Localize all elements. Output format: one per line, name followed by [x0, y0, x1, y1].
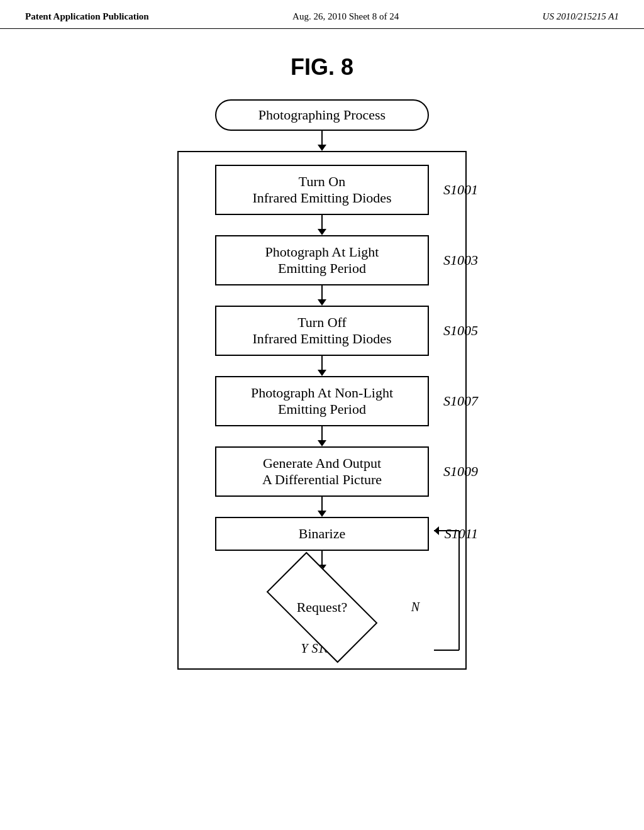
step-s1001: Turn On Infrared Emitting Diodes S1001: [215, 165, 429, 215]
arrow-head: [318, 440, 326, 446]
arrow-3: [318, 356, 326, 376]
step-s1009-label: S1009: [443, 463, 478, 480]
step-s1001-line2: Infrared Emitting Diodes: [252, 190, 391, 206]
step-s1007-line1: Photograph At Non-Light: [251, 385, 393, 401]
sheet-info: Aug. 26, 2010 Sheet 8 of 24: [292, 11, 399, 22]
step-s1011-wrapper: Binarize S1011: [191, 517, 453, 551]
arrow-1: [318, 215, 326, 235]
step-s1005-wrapper: Turn Off Infrared Emitting Diodes S1005: [191, 306, 453, 356]
step-s1005: Turn Off Infrared Emitting Diodes S1005: [215, 306, 429, 356]
arrow-4: [318, 426, 326, 446]
step-s1011: Binarize S1011: [215, 517, 429, 551]
arrow-line: [321, 497, 323, 511]
page-header: Patent Application Publication Aug. 26, …: [0, 0, 644, 29]
arrow-5: [318, 497, 326, 517]
arrow-head: [318, 229, 326, 235]
step-s1003-line2: Emitting Period: [278, 260, 366, 276]
step-s1001-wrapper: Turn On Infrared Emitting Diodes S1001: [191, 165, 453, 215]
arrow-head: [318, 299, 326, 306]
step-s1003-label: S1003: [443, 252, 478, 268]
diamond-text: Request?: [297, 599, 348, 616]
flowchart: Photographing Process Turn On Infrared E…: [158, 99, 486, 670]
n-label: N: [411, 600, 419, 614]
step-s1007: Photograph At Non-Light Emitting Period …: [215, 376, 429, 426]
step-s1001-label: S1001: [443, 182, 478, 198]
arrow-line: [321, 356, 323, 370]
step-s1005-line1: Turn Off: [297, 314, 347, 330]
diamond-wrapper: Request? N: [259, 576, 385, 639]
arrow-line: [321, 215, 323, 229]
step-s1003-wrapper: Photograph At Light Emitting Period S100…: [191, 235, 453, 285]
step-s1009: Generate And Output A Differential Pictu…: [215, 446, 429, 497]
step-s1009-line2: A Differential Picture: [262, 472, 382, 487]
step-s1005-line2: Infrared Emitting Diodes: [252, 331, 391, 346]
step-s1009-wrapper: Generate And Output A Differential Pictu…: [191, 446, 453, 497]
arrow-0: [318, 131, 326, 151]
start-node: Photographing Process: [215, 99, 429, 131]
step-s1007-line2: Emitting Period: [278, 401, 366, 417]
step-s1005-label: S1005: [443, 323, 478, 339]
step-s1003: Photograph At Light Emitting Period S100…: [215, 235, 429, 285]
arrow-line: [321, 285, 323, 299]
step-s1009-line1: Generate And Output: [263, 455, 381, 471]
arrow-line: [321, 131, 323, 145]
arrow-2: [318, 285, 326, 306]
feedback-arrow-area: Request? N Y S1013: [191, 551, 453, 656]
patent-number: US 2010/215215 A1: [543, 11, 619, 22]
arrow-line: [321, 551, 323, 565]
arrow-head: [318, 145, 326, 151]
main-content: FIG. 8 Photographing Process Turn On Inf…: [0, 29, 644, 670]
arrow-head: [318, 370, 326, 376]
arrow-head: [318, 511, 326, 517]
step-s1003-line1: Photograph At Light: [265, 244, 379, 260]
y-label: Y: [301, 641, 308, 656]
step-s1007-label: S1007: [443, 393, 478, 409]
step-s1007-wrapper: Photograph At Non-Light Emitting Period …: [191, 376, 453, 426]
step-s1001-line1: Turn On: [299, 174, 345, 189]
diamond-section: Request? N Y S1013: [191, 576, 453, 656]
flow-container: Turn On Infrared Emitting Diodes S1001 P…: [177, 151, 467, 670]
step-s1011-text: Binarize: [299, 526, 346, 541]
figure-title: FIG. 8: [291, 54, 353, 80]
arrow-line: [321, 426, 323, 440]
publication-label: Patent Application Publication: [25, 11, 149, 22]
